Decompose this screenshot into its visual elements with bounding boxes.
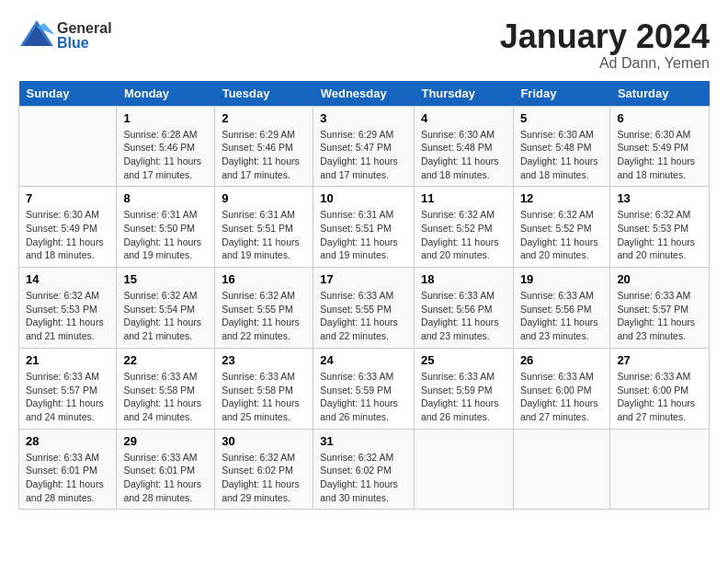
day-info: Sunrise: 6:33 AM Sunset: 5:56 PM Dayligh…: [421, 289, 506, 343]
calendar-cell: 20Sunrise: 6:33 AM Sunset: 5:57 PM Dayli…: [610, 268, 710, 349]
day-info: Sunrise: 6:31 AM Sunset: 5:51 PM Dayligh…: [222, 208, 306, 262]
calendar-cell: 22Sunrise: 6:33 AM Sunset: 5:58 PM Dayli…: [117, 348, 215, 429]
day-number: 20: [617, 272, 702, 286]
day-number: 11: [421, 191, 506, 205]
calendar-cell: 29Sunrise: 6:33 AM Sunset: 6:01 PM Dayli…: [117, 429, 215, 510]
calendar-row-3: 21Sunrise: 6:33 AM Sunset: 5:57 PM Dayli…: [19, 348, 710, 429]
header-sunday: Sunday: [19, 81, 117, 107]
day-info: Sunrise: 6:33 AM Sunset: 6:00 PM Dayligh…: [520, 370, 604, 424]
logo-name: General Blue: [57, 21, 112, 51]
calendar-cell: 11Sunrise: 6:32 AM Sunset: 5:52 PM Dayli…: [414, 187, 513, 268]
day-number: 22: [123, 353, 208, 367]
calendar-cell: 28Sunrise: 6:33 AM Sunset: 6:01 PM Dayli…: [19, 429, 117, 510]
logo-blue-text: Blue: [57, 36, 112, 51]
day-info: Sunrise: 6:31 AM Sunset: 5:50 PM Dayligh…: [123, 208, 208, 262]
calendar-cell: 15Sunrise: 6:32 AM Sunset: 5:54 PM Dayli…: [117, 268, 215, 349]
day-info: Sunrise: 6:32 AM Sunset: 5:52 PM Dayligh…: [520, 208, 604, 262]
day-info: Sunrise: 6:30 AM Sunset: 5:49 PM Dayligh…: [617, 128, 702, 182]
calendar-cell: 3Sunrise: 6:29 AM Sunset: 5:47 PM Daylig…: [313, 106, 415, 187]
day-number: 16: [222, 272, 306, 286]
day-number: 12: [520, 191, 604, 205]
day-number: 1: [123, 111, 208, 125]
day-number: 27: [617, 353, 702, 367]
day-number: 18: [421, 272, 506, 286]
calendar-cell: [610, 429, 710, 510]
calendar-cell: 5Sunrise: 6:30 AM Sunset: 5:48 PM Daylig…: [513, 106, 610, 187]
day-number: 25: [421, 353, 506, 367]
day-number: 9: [222, 191, 306, 205]
day-info: Sunrise: 6:32 AM Sunset: 5:55 PM Dayligh…: [222, 289, 306, 343]
header-tuesday: Tuesday: [215, 81, 313, 107]
calendar-cell: 27Sunrise: 6:33 AM Sunset: 6:00 PM Dayli…: [610, 348, 710, 429]
day-info: Sunrise: 6:33 AM Sunset: 5:58 PM Dayligh…: [123, 370, 208, 424]
calendar-cell: 26Sunrise: 6:33 AM Sunset: 6:00 PM Dayli…: [513, 348, 610, 429]
calendar-cell: 24Sunrise: 6:33 AM Sunset: 5:59 PM Dayli…: [313, 348, 415, 429]
day-number: 13: [617, 191, 702, 205]
header-wednesday: Wednesday: [313, 81, 415, 107]
calendar-cell: [414, 429, 513, 510]
day-info: Sunrise: 6:33 AM Sunset: 5:58 PM Dayligh…: [222, 370, 306, 424]
calendar-cell: 1Sunrise: 6:28 AM Sunset: 5:46 PM Daylig…: [117, 106, 215, 187]
calendar-cell: 19Sunrise: 6:33 AM Sunset: 5:56 PM Dayli…: [513, 268, 610, 349]
calendar-row-2: 14Sunrise: 6:32 AM Sunset: 5:53 PM Dayli…: [19, 268, 710, 349]
day-info: Sunrise: 6:30 AM Sunset: 5:48 PM Dayligh…: [520, 128, 604, 182]
logo: General Blue: [18, 18, 112, 53]
day-number: 21: [26, 353, 109, 367]
calendar-cell: 6Sunrise: 6:30 AM Sunset: 5:49 PM Daylig…: [610, 106, 710, 187]
day-number: 4: [421, 111, 506, 125]
day-info: Sunrise: 6:32 AM Sunset: 6:02 PM Dayligh…: [320, 451, 407, 505]
day-number: 6: [617, 111, 702, 125]
day-number: 19: [520, 272, 604, 286]
month-title: January 2024: [500, 18, 710, 55]
day-info: Sunrise: 6:33 AM Sunset: 5:59 PM Dayligh…: [421, 370, 506, 424]
header-thursday: Thursday: [414, 81, 513, 107]
calendar-cell: 14Sunrise: 6:32 AM Sunset: 5:53 PM Dayli…: [19, 268, 117, 349]
header-monday: Monday: [117, 81, 215, 107]
calendar-row-1: 7Sunrise: 6:30 AM Sunset: 5:49 PM Daylig…: [19, 187, 710, 268]
day-number: 30: [222, 434, 306, 448]
calendar-table: SundayMondayTuesdayWednesdayThursdayFrid…: [18, 81, 710, 511]
calendar-cell: 31Sunrise: 6:32 AM Sunset: 6:02 PM Dayli…: [313, 429, 415, 510]
day-info: Sunrise: 6:33 AM Sunset: 5:59 PM Dayligh…: [320, 370, 407, 424]
calendar-cell: 9Sunrise: 6:31 AM Sunset: 5:51 PM Daylig…: [215, 187, 313, 268]
header-friday: Friday: [513, 81, 610, 107]
logo-general-text: General: [57, 21, 112, 36]
day-number: 5: [520, 111, 604, 125]
calendar-cell: 17Sunrise: 6:33 AM Sunset: 5:55 PM Dayli…: [313, 268, 415, 349]
day-info: Sunrise: 6:32 AM Sunset: 5:53 PM Dayligh…: [26, 289, 109, 343]
calendar-cell: 13Sunrise: 6:32 AM Sunset: 5:53 PM Dayli…: [610, 187, 710, 268]
day-number: 31: [320, 434, 407, 448]
calendar-row-0: 1Sunrise: 6:28 AM Sunset: 5:46 PM Daylig…: [19, 106, 710, 187]
calendar-cell: 23Sunrise: 6:33 AM Sunset: 5:58 PM Dayli…: [215, 348, 313, 429]
day-number: 2: [222, 111, 306, 125]
day-info: Sunrise: 6:32 AM Sunset: 5:52 PM Dayligh…: [421, 208, 506, 262]
calendar-cell: 25Sunrise: 6:33 AM Sunset: 5:59 PM Dayli…: [414, 348, 513, 429]
day-number: 28: [26, 434, 109, 448]
day-number: 15: [123, 272, 208, 286]
calendar-row-4: 28Sunrise: 6:33 AM Sunset: 6:01 PM Dayli…: [19, 429, 710, 510]
day-info: Sunrise: 6:33 AM Sunset: 6:00 PM Dayligh…: [617, 370, 702, 424]
day-info: Sunrise: 6:32 AM Sunset: 5:53 PM Dayligh…: [617, 208, 702, 262]
day-info: Sunrise: 6:33 AM Sunset: 5:56 PM Dayligh…: [520, 289, 604, 343]
day-info: Sunrise: 6:33 AM Sunset: 6:01 PM Dayligh…: [123, 451, 208, 505]
calendar-cell: 21Sunrise: 6:33 AM Sunset: 5:57 PM Dayli…: [19, 348, 117, 429]
calendar-cell: 8Sunrise: 6:31 AM Sunset: 5:50 PM Daylig…: [117, 187, 215, 268]
day-number: 29: [123, 434, 208, 448]
calendar-cell: 10Sunrise: 6:31 AM Sunset: 5:51 PM Dayli…: [313, 187, 415, 268]
day-info: Sunrise: 6:33 AM Sunset: 5:55 PM Dayligh…: [320, 289, 407, 343]
calendar-cell: [513, 429, 610, 510]
day-info: Sunrise: 6:30 AM Sunset: 5:48 PM Dayligh…: [421, 128, 506, 182]
day-info: Sunrise: 6:32 AM Sunset: 5:54 PM Dayligh…: [123, 289, 208, 343]
calendar-cell: 2Sunrise: 6:29 AM Sunset: 5:46 PM Daylig…: [215, 106, 313, 187]
day-number: 3: [320, 111, 407, 125]
day-number: 14: [26, 272, 109, 286]
calendar-cell: 30Sunrise: 6:32 AM Sunset: 6:02 PM Dayli…: [215, 429, 313, 510]
day-number: 7: [26, 191, 109, 205]
location-subtitle: Ad Dann, Yemen: [500, 55, 710, 72]
day-info: Sunrise: 6:31 AM Sunset: 5:51 PM Dayligh…: [320, 208, 407, 262]
header-saturday: Saturday: [610, 81, 710, 107]
logo-bird-icon: [18, 18, 53, 53]
title-section: January 2024 Ad Dann, Yemen: [500, 18, 710, 72]
calendar-cell: [19, 106, 117, 187]
day-info: Sunrise: 6:33 AM Sunset: 5:57 PM Dayligh…: [26, 370, 109, 424]
